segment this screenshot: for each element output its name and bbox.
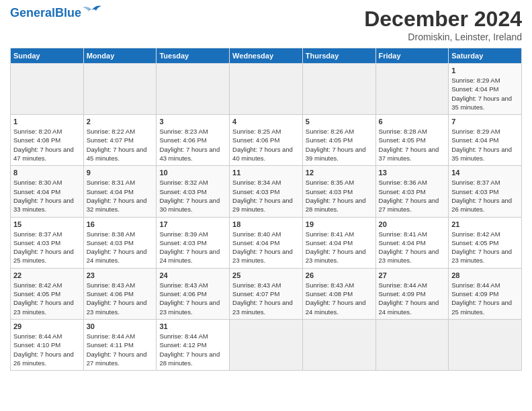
table-cell bbox=[83, 64, 157, 115]
table-cell: 27Sunrise: 8:44 AMSunset: 4:09 PMDayligh… bbox=[375, 268, 449, 319]
day-number: 17 bbox=[159, 220, 226, 228]
table-cell: 16Sunrise: 8:38 AMSunset: 4:03 PMDayligh… bbox=[83, 217, 157, 268]
day-number: 11 bbox=[232, 169, 300, 177]
cell-info: Sunrise: 8:39 AMSunset: 4:03 PMDaylight:… bbox=[159, 230, 220, 265]
cell-info: Sunrise: 8:28 AMSunset: 4:05 PMDaylight:… bbox=[379, 128, 439, 162]
calendar-row: 8Sunrise: 8:30 AMSunset: 4:04 PMDaylight… bbox=[11, 166, 522, 217]
cell-info: Sunrise: 8:23 AMSunset: 4:06 PMDaylight:… bbox=[159, 128, 220, 162]
table-cell bbox=[375, 319, 449, 370]
day-number: 14 bbox=[451, 169, 519, 177]
table-cell: 1Sunrise: 8:29 AMSunset: 4:04 PMDaylight… bbox=[449, 64, 522, 115]
day-number: 29 bbox=[13, 322, 81, 330]
table-cell: 13Sunrise: 8:36 AMSunset: 4:03 PMDayligh… bbox=[375, 166, 449, 217]
table-cell: 15Sunrise: 8:37 AMSunset: 4:03 PMDayligh… bbox=[11, 217, 84, 268]
day-number: 1 bbox=[13, 118, 81, 126]
day-number: 26 bbox=[306, 271, 373, 279]
table-cell: 11Sunrise: 8:34 AMSunset: 4:03 PMDayligh… bbox=[230, 166, 303, 217]
table-cell bbox=[302, 64, 375, 115]
day-number: 19 bbox=[306, 220, 373, 228]
cell-info: Sunrise: 8:29 AMSunset: 4:04 PMDaylight:… bbox=[451, 128, 512, 162]
day-number: 8 bbox=[13, 169, 81, 177]
cell-info: Sunrise: 8:43 AMSunset: 4:06 PMDaylight:… bbox=[159, 281, 220, 316]
cell-info: Sunrise: 8:22 AMSunset: 4:07 PMDaylight:… bbox=[87, 128, 147, 162]
table-cell: 7Sunrise: 8:29 AMSunset: 4:04 PMDaylight… bbox=[449, 115, 522, 166]
cell-info: Sunrise: 8:32 AMSunset: 4:03 PMDaylight:… bbox=[159, 179, 220, 213]
day-number: 18 bbox=[232, 220, 300, 228]
day-number: 4 bbox=[232, 118, 300, 126]
col-wednesday: Wednesday bbox=[230, 48, 303, 64]
table-cell: 25Sunrise: 8:43 AMSunset: 4:07 PMDayligh… bbox=[230, 268, 303, 319]
table-cell: 22Sunrise: 8:42 AMSunset: 4:05 PMDayligh… bbox=[11, 268, 84, 319]
day-number: 30 bbox=[87, 322, 154, 330]
cell-info: Sunrise: 8:35 AMSunset: 4:03 PMDaylight:… bbox=[306, 179, 366, 213]
day-number: 9 bbox=[87, 169, 154, 177]
table-cell: 12Sunrise: 8:35 AMSunset: 4:03 PMDayligh… bbox=[302, 166, 375, 217]
cell-info: Sunrise: 8:40 AMSunset: 4:04 PMDaylight:… bbox=[232, 230, 293, 265]
table-cell: 31Sunrise: 8:44 AMSunset: 4:12 PMDayligh… bbox=[157, 319, 230, 370]
cell-info: Sunrise: 8:42 AMSunset: 4:05 PMDaylight:… bbox=[13, 281, 74, 316]
table-cell: 21Sunrise: 8:42 AMSunset: 4:05 PMDayligh… bbox=[449, 217, 522, 268]
calendar-row: 22Sunrise: 8:42 AMSunset: 4:05 PMDayligh… bbox=[11, 268, 522, 319]
table-cell: 17Sunrise: 8:39 AMSunset: 4:03 PMDayligh… bbox=[157, 217, 230, 268]
main-title: December 2024 bbox=[364, 7, 522, 32]
page-header: GeneralBlue December 2024 Dromiskin, Lei… bbox=[10, 7, 522, 42]
cell-info: Sunrise: 8:37 AMSunset: 4:03 PMDaylight:… bbox=[13, 230, 74, 265]
col-tuesday: Tuesday bbox=[157, 48, 230, 64]
day-number: 15 bbox=[13, 220, 81, 228]
day-number: 7 bbox=[451, 118, 519, 126]
header-row: Sunday Monday Tuesday Wednesday Thursday… bbox=[11, 48, 522, 64]
day-number: 22 bbox=[13, 271, 81, 279]
table-cell: 10Sunrise: 8:32 AMSunset: 4:03 PMDayligh… bbox=[157, 166, 230, 217]
day-number: 12 bbox=[306, 169, 373, 177]
col-friday: Friday bbox=[375, 48, 449, 64]
cell-info: Sunrise: 8:37 AMSunset: 4:03 PMDaylight:… bbox=[451, 179, 512, 213]
day-number: 1 bbox=[451, 66, 519, 75]
day-number: 10 bbox=[159, 169, 226, 177]
calendar-row: 15Sunrise: 8:37 AMSunset: 4:03 PMDayligh… bbox=[11, 217, 522, 268]
calendar-table: Sunday Monday Tuesday Wednesday Thursday… bbox=[10, 48, 522, 371]
col-saturday: Saturday bbox=[449, 48, 522, 64]
table-cell: 8Sunrise: 8:30 AMSunset: 4:04 PMDaylight… bbox=[11, 166, 84, 217]
subtitle: Dromiskin, Leinster, Ireland bbox=[364, 32, 522, 42]
day-number: 5 bbox=[306, 118, 373, 126]
table-cell: 6Sunrise: 8:28 AMSunset: 4:05 PMDaylight… bbox=[375, 115, 449, 166]
table-cell bbox=[230, 64, 303, 115]
day-number: 25 bbox=[232, 271, 300, 279]
day-number: 2 bbox=[87, 118, 154, 126]
table-cell bbox=[157, 64, 230, 115]
cell-info: Sunrise: 8:44 AMSunset: 4:10 PMDaylight:… bbox=[13, 332, 74, 367]
logo-general: General bbox=[10, 6, 55, 19]
table-cell: 20Sunrise: 8:41 AMSunset: 4:04 PMDayligh… bbox=[375, 217, 449, 268]
cell-info: Sunrise: 8:30 AMSunset: 4:04 PMDaylight:… bbox=[13, 179, 74, 213]
logo-blue: Blue bbox=[55, 6, 81, 19]
table-cell: 14Sunrise: 8:37 AMSunset: 4:03 PMDayligh… bbox=[449, 166, 522, 217]
cell-info: Sunrise: 8:29 AMSunset: 4:04 PMDaylight:… bbox=[451, 77, 512, 111]
cell-info: Sunrise: 8:34 AMSunset: 4:03 PMDaylight:… bbox=[232, 179, 293, 213]
table-cell: 4Sunrise: 8:25 AMSunset: 4:06 PMDaylight… bbox=[230, 115, 303, 166]
page-container: GeneralBlue December 2024 Dromiskin, Lei… bbox=[0, 0, 532, 411]
day-number: 24 bbox=[159, 271, 226, 279]
cell-info: Sunrise: 8:44 AMSunset: 4:09 PMDaylight:… bbox=[379, 281, 439, 316]
table-cell bbox=[449, 319, 522, 370]
day-number: 23 bbox=[87, 271, 154, 279]
logo-text: GeneralBlue bbox=[10, 7, 81, 19]
cell-info: Sunrise: 8:44 AMSunset: 4:09 PMDaylight:… bbox=[451, 281, 512, 316]
table-cell: 19Sunrise: 8:41 AMSunset: 4:04 PMDayligh… bbox=[302, 217, 375, 268]
table-cell: 29Sunrise: 8:44 AMSunset: 4:10 PMDayligh… bbox=[11, 319, 84, 370]
cell-info: Sunrise: 8:20 AMSunset: 4:08 PMDaylight:… bbox=[13, 128, 74, 162]
day-number: 27 bbox=[379, 271, 446, 279]
day-number: 16 bbox=[87, 220, 154, 228]
table-cell: 9Sunrise: 8:31 AMSunset: 4:04 PMDaylight… bbox=[83, 166, 157, 217]
cell-info: Sunrise: 8:41 AMSunset: 4:04 PMDaylight:… bbox=[379, 230, 439, 265]
cell-info: Sunrise: 8:44 AMSunset: 4:12 PMDaylight:… bbox=[159, 332, 220, 367]
table-cell bbox=[302, 319, 375, 370]
table-cell bbox=[230, 319, 303, 370]
calendar-row: 29Sunrise: 8:44 AMSunset: 4:10 PMDayligh… bbox=[11, 319, 522, 370]
table-cell bbox=[375, 64, 449, 115]
cell-info: Sunrise: 8:44 AMSunset: 4:11 PMDaylight:… bbox=[87, 332, 147, 367]
cell-info: Sunrise: 8:38 AMSunset: 4:03 PMDaylight:… bbox=[87, 230, 147, 265]
cell-info: Sunrise: 8:43 AMSunset: 4:06 PMDaylight:… bbox=[87, 281, 147, 316]
cell-info: Sunrise: 8:25 AMSunset: 4:06 PMDaylight:… bbox=[232, 128, 293, 162]
table-cell: 5Sunrise: 8:26 AMSunset: 4:05 PMDaylight… bbox=[302, 115, 375, 166]
table-cell: 26Sunrise: 8:43 AMSunset: 4:08 PMDayligh… bbox=[302, 268, 375, 319]
